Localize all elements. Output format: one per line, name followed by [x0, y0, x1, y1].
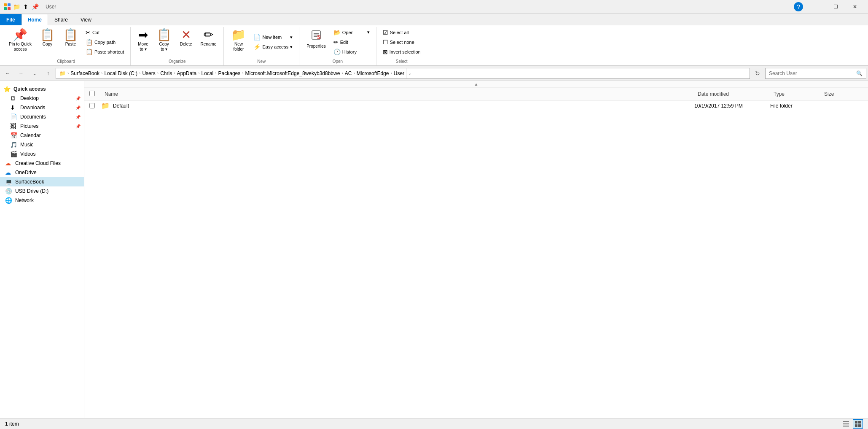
- edit-button[interactable]: ✏ Edit: [331, 38, 373, 47]
- sidebar-item-pictures[interactable]: 🖼 Pictures 📌: [0, 121, 84, 131]
- table-row[interactable]: 📁 Default 10/19/2017 12:59 PM File folde…: [84, 101, 868, 111]
- status-bar: 1 item: [0, 418, 868, 429]
- invert-selection-button[interactable]: ⊠ Invert selection: [380, 47, 424, 57]
- select-all-checkbox[interactable]: [89, 91, 95, 96]
- rename-label: Rename: [201, 42, 217, 47]
- sidebar-item-desktop[interactable]: 🖥 Desktop 📌: [0, 94, 84, 103]
- column-header-size[interactable]: Size: [821, 89, 863, 99]
- details-view-button[interactable]: [841, 419, 851, 429]
- paste-button[interactable]: 📋 Paste: [59, 27, 82, 57]
- sidebar-item-creative-cloud[interactable]: ☁ Creative Cloud Files: [0, 159, 84, 168]
- organize-group-content: ➡ Moveto ▾ 📋 Copyto ▾ ✕ Delete ✏ Rename: [134, 27, 220, 57]
- move-to-button[interactable]: ➡ Moveto ▾: [134, 27, 152, 57]
- sidebar-item-calendar[interactable]: 📅 Calendar: [0, 131, 84, 140]
- path-segment-6[interactable]: Packages: [218, 70, 241, 76]
- path-segment-0[interactable]: SurfaceBook: [70, 70, 99, 76]
- row-checkbox[interactable]: [89, 103, 95, 108]
- search-icon[interactable]: 🔍: [856, 70, 863, 76]
- copy-path-label: Copy path: [94, 40, 116, 45]
- svg-rect-13: [858, 421, 861, 424]
- tab-file[interactable]: File: [0, 14, 21, 25]
- folder-icon-title: 📁: [13, 3, 20, 11]
- pin-to-quick-access-button[interactable]: 📌 Pin to Quick access: [5, 27, 35, 57]
- rename-button[interactable]: ✏ Rename: [197, 27, 220, 57]
- path-segment-2[interactable]: Users: [142, 70, 155, 76]
- path-segment-3[interactable]: Chris: [160, 70, 172, 76]
- path-segment-9[interactable]: MicrosoftEdge: [357, 70, 389, 76]
- videos-label: Videos: [20, 151, 35, 157]
- help-button[interactable]: ?: [794, 2, 803, 11]
- paste-shortcut-button[interactable]: 📋 Paste shortcut: [83, 47, 127, 57]
- copy-button[interactable]: 📋 Copy: [36, 27, 59, 57]
- minimize-button[interactable]: –: [806, 0, 826, 13]
- svg-rect-3: [8, 7, 11, 10]
- properties-button[interactable]: Properties: [303, 27, 330, 57]
- maximize-button[interactable]: ☐: [826, 0, 845, 13]
- path-segment-5[interactable]: Local: [202, 70, 214, 76]
- path-segment-7[interactable]: Microsoft.MicrosoftEdge_8wekyb3d8bbwe: [245, 70, 340, 76]
- cut-button[interactable]: ✂ Cut: [83, 28, 127, 37]
- delete-button[interactable]: ✕ Delete: [176, 27, 196, 57]
- path-segment-10[interactable]: User: [394, 70, 404, 76]
- list-view-button[interactable]: [853, 419, 863, 429]
- invert-selection-icon: ⊠: [383, 49, 388, 55]
- ribbon-group-organize: ➡ Moveto ▾ 📋 Copyto ▾ ✕ Delete ✏ Rename …: [131, 27, 224, 65]
- column-date-label: Date modified: [698, 91, 729, 97]
- sidebar-item-quick-access[interactable]: ⭐ Quick access: [0, 84, 84, 94]
- path-segment-4[interactable]: AppData: [177, 70, 196, 76]
- onedrive-label: OneDrive: [15, 170, 37, 175]
- sidebar-item-downloads[interactable]: ⬇ Downloads 📌: [0, 103, 84, 112]
- paste-icon: 📋: [63, 29, 78, 41]
- sidebar-item-network[interactable]: 🌐 Network: [0, 196, 84, 205]
- path-segment-root[interactable]: 📁: [59, 70, 66, 76]
- column-header-name[interactable]: Name: [101, 89, 694, 99]
- path-dropdown-button[interactable]: ⌄: [406, 68, 413, 79]
- select-all-button[interactable]: ☑ Select all: [380, 28, 424, 37]
- header-checkbox-col: [89, 91, 101, 97]
- path-segment-1[interactable]: Local Disk (C:): [104, 70, 137, 76]
- sidebar-item-surfacebook[interactable]: 💻 SurfaceBook: [0, 177, 84, 186]
- up-button[interactable]: ↑: [42, 67, 54, 79]
- new-folder-label: New folder: [233, 42, 244, 52]
- svg-rect-15: [858, 424, 861, 427]
- new-folder-button[interactable]: 📁 New folder: [227, 27, 250, 57]
- sidebar-item-onedrive[interactable]: ☁ OneDrive: [0, 168, 84, 177]
- tab-home[interactable]: Home: [21, 14, 48, 25]
- copy-to-button[interactable]: 📋 Copyto ▾: [153, 27, 175, 57]
- column-header-date[interactable]: Date modified: [694, 89, 770, 99]
- easy-access-button[interactable]: ⚡ Easy access ▾: [250, 42, 296, 51]
- sidebar-item-usb-drive[interactable]: 💿 USB Drive (D:): [0, 186, 84, 196]
- downloads-icon: ⬇: [10, 104, 18, 111]
- history-button[interactable]: 🕐 History: [331, 47, 373, 57]
- svg-rect-11: [843, 426, 849, 426]
- back-button[interactable]: ←: [2, 67, 13, 79]
- clipboard-group-content: 📌 Pin to Quick access 📋 Copy 📋 Paste ✂ C…: [5, 27, 127, 57]
- open-button[interactable]: 📂 Open ▾: [331, 28, 373, 37]
- desktop-label: Desktop: [20, 95, 39, 101]
- search-box[interactable]: 🔍: [765, 68, 866, 79]
- column-header-type[interactable]: Type: [770, 89, 821, 99]
- path-segment-8[interactable]: AC: [345, 70, 352, 76]
- creative-cloud-label: Creative Cloud Files: [15, 160, 61, 166]
- file-content: ▲ Name Date modified Type Size: [84, 81, 868, 418]
- calendar-icon: 📅: [10, 132, 18, 139]
- sidebar-item-music[interactable]: 🎵 Music: [0, 140, 84, 149]
- tab-share[interactable]: Share: [48, 14, 74, 25]
- new-item-button[interactable]: 📄 New item ▾: [250, 32, 296, 42]
- svg-rect-14: [855, 424, 857, 427]
- refresh-button[interactable]: ↻: [752, 67, 763, 79]
- copy-path-button[interactable]: 📋 Copy path: [83, 38, 127, 47]
- select-none-button[interactable]: ☐ Select none: [380, 38, 424, 47]
- file-name: Default: [113, 103, 129, 109]
- creative-cloud-icon: ☁: [5, 160, 13, 167]
- select-group-content: ☑ Select all ☐ Select none ⊠ Invert sele…: [380, 27, 424, 57]
- search-input[interactable]: [769, 70, 855, 76]
- sidebar-item-documents[interactable]: 📄 Documents 📌: [0, 112, 84, 121]
- close-button[interactable]: ✕: [845, 0, 865, 13]
- recent-locations-button[interactable]: ⌄: [29, 67, 40, 79]
- copy-path-icon: 📋: [86, 39, 93, 46]
- forward-button[interactable]: →: [15, 67, 27, 79]
- address-path[interactable]: 📁 › SurfaceBook › Local Disk (C:) › User…: [56, 68, 750, 79]
- sidebar-item-videos[interactable]: 🎬 Videos: [0, 149, 84, 159]
- tab-view[interactable]: View: [74, 14, 98, 25]
